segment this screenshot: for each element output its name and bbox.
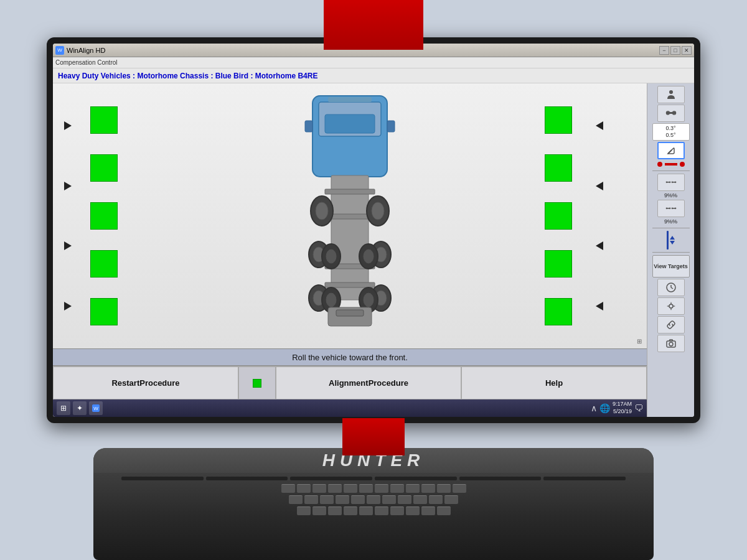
view-targets-button[interactable]: View Targets [652, 255, 690, 278]
key[interactable] [297, 506, 311, 515]
maximize-button[interactable]: □ [670, 46, 680, 55]
svg-rect-33 [336, 310, 364, 316]
key[interactable] [289, 495, 303, 504]
key[interactable] [297, 484, 311, 493]
vent-4 [375, 477, 457, 480]
key[interactable] [312, 506, 326, 515]
search-taskbar-button[interactable]: ✦ [73, 401, 87, 415]
key[interactable] [312, 484, 326, 493]
vent-row [121, 477, 626, 480]
key[interactable] [421, 506, 435, 515]
svg-point-58 [669, 342, 673, 346]
height-indicator [667, 231, 675, 250]
alignment-line2: Procedure [369, 378, 408, 388]
key[interactable] [390, 506, 404, 515]
key[interactable] [304, 495, 318, 504]
key[interactable] [437, 506, 451, 515]
key[interactable] [344, 506, 357, 515]
keyboard-row-3 [136, 506, 612, 515]
svg-rect-37 [667, 112, 675, 114]
alignment-procedure-button[interactable]: Alignment Procedure [276, 366, 461, 399]
keyboard-row-1 [136, 484, 612, 493]
sidebar-clock-icon[interactable] [657, 279, 685, 296]
sidebar-camera-icon[interactable] [657, 335, 685, 352]
arrow-left-1 [64, 121, 72, 130]
key[interactable] [437, 484, 451, 493]
start-button[interactable]: ⊞ [57, 401, 70, 415]
target-block-left-3 [90, 202, 118, 230]
app-icon: W [55, 46, 64, 55]
vent-5 [459, 477, 542, 480]
down-arrow-small [670, 241, 675, 245]
value-bottom: 0.5° [665, 132, 675, 139]
close-button[interactable]: ✕ [682, 46, 692, 55]
restart-procedure-button[interactable]: Restart Procedure [53, 366, 238, 399]
sidebar-dual-axle-2[interactable] [657, 200, 685, 217]
target-block-right-2 [545, 154, 572, 182]
key[interactable] [359, 484, 373, 493]
title-bar-left: W WinAlign HD [55, 46, 105, 55]
key[interactable] [336, 495, 349, 504]
taskbar-time: 9:17AM 5/20/19 [613, 401, 632, 415]
key[interactable] [382, 495, 396, 504]
svg-rect-47 [666, 208, 670, 209]
key[interactable] [413, 495, 427, 504]
key[interactable] [390, 484, 404, 493]
app-taskbar-icon[interactable]: W [89, 401, 103, 415]
key[interactable] [359, 506, 373, 515]
date-display: 5/20/19 [613, 408, 632, 416]
sidebar-dual-axle-1[interactable] [657, 174, 685, 191]
red-bar [665, 163, 677, 166]
svg-rect-5 [305, 121, 312, 132]
left-arrows [64, 83, 72, 348]
key[interactable] [375, 484, 388, 493]
key[interactable] [328, 484, 342, 493]
sidebar-axle-top-icon[interactable] [657, 105, 685, 122]
key[interactable] [421, 484, 435, 493]
key[interactable] [344, 484, 357, 493]
key[interactable] [444, 495, 458, 504]
status-message: Roll the vehicle toward the front. [292, 353, 408, 362]
target-block-right-5 [545, 298, 572, 325]
target-block-right-1 [545, 106, 572, 134]
key[interactable] [375, 506, 388, 515]
target-block-left-2 [90, 154, 118, 182]
alignment-line1: Alignment [329, 378, 369, 388]
key[interactable] [453, 484, 466, 493]
key[interactable] [320, 495, 334, 504]
svg-rect-8 [325, 189, 375, 194]
keyboard-area [136, 484, 612, 515]
arrow-left-3 [64, 241, 72, 250]
sidebar-person-icon[interactable] [657, 86, 685, 103]
key[interactable] [328, 506, 342, 515]
window-title: WinAlign HD [67, 47, 105, 54]
target-block-right-4 [545, 250, 572, 278]
center-indicator [238, 366, 276, 399]
sidebar-link-icon[interactable] [657, 316, 685, 334]
vent-1 [121, 477, 204, 480]
height-bar [667, 231, 669, 250]
menu-bar: Compensation Control [53, 57, 694, 68]
key[interactable] [406, 484, 420, 493]
svg-rect-50 [672, 208, 676, 209]
key[interactable] [429, 495, 443, 504]
svg-rect-4 [328, 97, 372, 102]
key[interactable] [281, 484, 295, 493]
key[interactable] [367, 495, 380, 504]
divider-1 [652, 170, 690, 171]
key[interactable] [406, 506, 420, 515]
key[interactable] [398, 495, 411, 504]
taskbar-left: ⊞ ✦ W [57, 401, 103, 415]
sidebar-settings-icon[interactable] [657, 297, 685, 315]
key[interactable] [351, 495, 365, 504]
help-button[interactable]: Help [461, 366, 647, 399]
percent-label-2: 9%% [664, 218, 677, 225]
main-content: ⊞ Roll the vehicle toward the front. Res… [53, 83, 694, 417]
right-arrows [596, 83, 603, 348]
taskbar-network-icon: 🌐 [599, 403, 610, 413]
sidebar-wrench-icon[interactable] [657, 142, 685, 159]
arrow-right-1 [596, 121, 603, 130]
arrow-right-3 [596, 241, 603, 250]
minimize-button[interactable]: − [659, 46, 669, 55]
keyboard-row-2 [136, 495, 612, 504]
